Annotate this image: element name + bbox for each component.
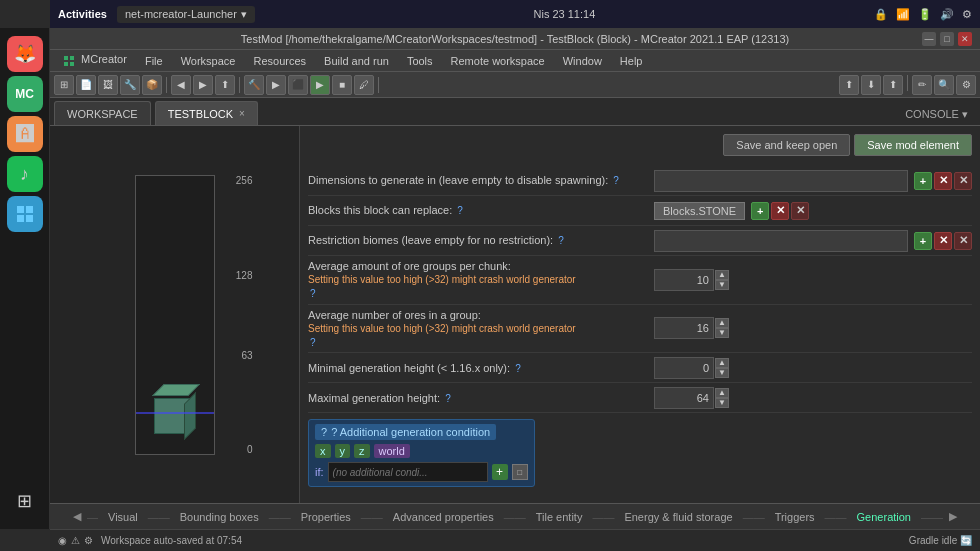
toolbar-btn-right-6[interactable]: ⚙ <box>956 75 976 95</box>
max-height-up[interactable]: ▲ <box>715 388 729 398</box>
toolbar-btn-5[interactable]: 📦 <box>142 75 162 95</box>
ores-group-down[interactable]: ▼ <box>715 328 729 338</box>
nav-item-bounding[interactable]: Bounding boxes <box>176 511 263 523</box>
condition-square-button[interactable]: □ <box>512 464 528 480</box>
sidebar-icon-mcreator[interactable]: MC <box>7 76 43 112</box>
app-name-indicator[interactable]: net-mcreator-Launcher ▾ <box>117 6 255 23</box>
blocks-stone-button[interactable]: Blocks.STONE <box>654 202 745 220</box>
clear-biome-button[interactable]: ✕ <box>954 232 972 250</box>
toolbar-btn-1[interactable]: ⊞ <box>54 75 74 95</box>
toolbar-btn-right-4[interactable]: ✏ <box>912 75 932 95</box>
sidebar-icon-mc-plugin[interactable] <box>7 196 43 232</box>
min-height-up[interactable]: ▲ <box>715 358 729 368</box>
activities-label[interactable]: Activities <box>58 8 107 20</box>
menu-window[interactable]: Window <box>555 53 610 69</box>
toolbar-btn-right-5[interactable]: 🔍 <box>934 75 954 95</box>
maximize-button[interactable]: □ <box>940 32 954 46</box>
add-condition-button[interactable]: + <box>492 464 508 480</box>
help-icon-ore-groups[interactable]: ? <box>310 288 316 299</box>
clear-dimension-button[interactable]: ✕ <box>954 172 972 190</box>
input-biomes[interactable] <box>654 230 908 252</box>
help-icon-dimensions[interactable]: ? <box>613 175 619 186</box>
sub-label-ores-group: Setting this value too high (>32) might … <box>308 322 642 335</box>
gradle-status: Gradle idle 🔄 <box>909 535 972 546</box>
help-icon-blocks-replace[interactable]: ? <box>457 205 463 216</box>
input-ore-groups[interactable] <box>654 269 714 291</box>
block-visual <box>146 384 196 434</box>
help-icon-max-height[interactable]: ? <box>445 393 451 404</box>
var-world: world <box>374 444 410 458</box>
add-dimension-button[interactable]: + <box>914 172 932 190</box>
nav-right-arrow[interactable]: ▶ <box>949 510 957 523</box>
app-dropdown-icon[interactable]: ▾ <box>241 8 247 21</box>
toolbar-btn-7[interactable]: ▶ <box>193 75 213 95</box>
help-icon-biomes[interactable]: ? <box>558 235 564 246</box>
menu-build-run[interactable]: Build and run <box>316 53 397 69</box>
system-clock: Nis 23 11:14 <box>265 8 864 20</box>
clear-block-button[interactable]: ✕ <box>791 202 809 220</box>
tab-testblock[interactable]: TESTBLOCK × <box>155 101 258 125</box>
help-icon-min-height[interactable]: ? <box>515 363 521 374</box>
menu-file[interactable]: File <box>137 53 171 69</box>
menu-tools[interactable]: Tools <box>399 53 441 69</box>
toolbar-btn-13[interactable]: 🖊 <box>354 75 374 95</box>
menu-help[interactable]: Help <box>612 53 651 69</box>
tab-console[interactable]: CONSOLE ▾ <box>897 104 976 125</box>
ore-groups-up[interactable]: ▲ <box>715 270 729 280</box>
min-height-down[interactable]: ▼ <box>715 368 729 378</box>
remove-block-button[interactable]: ✕ <box>771 202 789 220</box>
toolbar-btn-right-3[interactable]: ⬆ <box>883 75 903 95</box>
nav-item-visual[interactable]: Visual <box>104 511 142 523</box>
sidebar-icon-firefox[interactable]: 🦊 <box>7 36 43 72</box>
nav-left-arrow[interactable]: ◀ <box>73 510 81 523</box>
save-keep-open-button[interactable]: Save and keep open <box>723 134 850 156</box>
sidebar-icon-apps[interactable]: 🅰 <box>7 116 43 152</box>
toolbar-btn-right-2[interactable]: ⬇ <box>861 75 881 95</box>
nav-item-advanced[interactable]: Advanced properties <box>389 511 498 523</box>
ores-group-up[interactable]: ▲ <box>715 318 729 328</box>
nav-item-triggers[interactable]: Triggers <box>771 511 819 523</box>
remove-biome-button[interactable]: ✕ <box>934 232 952 250</box>
toolbar-btn-9[interactable]: 🔨 <box>244 75 264 95</box>
help-icon-ores-group[interactable]: ? <box>310 337 316 348</box>
input-min-height[interactable] <box>654 357 714 379</box>
save-mod-element-button[interactable]: Save mod element <box>854 134 972 156</box>
nav-item-energy[interactable]: Energy & fluid storage <box>620 511 736 523</box>
add-block-button[interactable]: + <box>751 202 769 220</box>
sidebar-icon-grid[interactable]: ⊞ <box>7 483 43 519</box>
sidebar-icon-spotify[interactable]: ♪ <box>7 156 43 192</box>
input-dimensions[interactable] <box>654 170 908 192</box>
toolbar-btn-run[interactable]: ▶ <box>310 75 330 95</box>
label-blocks-replace: Blocks this block can replace: ? <box>308 203 648 217</box>
toolbar-btn-11[interactable]: ⬛ <box>288 75 308 95</box>
close-button[interactable]: ✕ <box>958 32 972 46</box>
nav-item-properties[interactable]: Properties <box>297 511 355 523</box>
add-biome-button[interactable]: + <box>914 232 932 250</box>
toolbar-btn-6[interactable]: ◀ <box>171 75 191 95</box>
tab-close-icon[interactable]: × <box>239 108 245 119</box>
condition-input[interactable] <box>328 462 488 482</box>
toolbar-sep-3 <box>378 77 379 93</box>
toolbar-btn-12[interactable]: ■ <box>332 75 352 95</box>
blue-indicator <box>136 412 214 414</box>
ore-groups-down[interactable]: ▼ <box>715 280 729 290</box>
tab-workspace[interactable]: WORKSPACE <box>54 101 151 125</box>
menu-workspace[interactable]: Workspace <box>173 53 244 69</box>
remove-dimension-button[interactable]: ✕ <box>934 172 952 190</box>
menu-remote-workspace[interactable]: Remote workspace <box>443 53 553 69</box>
minimize-button[interactable]: — <box>922 32 936 46</box>
menu-mcreator[interactable]: MCreator <box>54 51 135 69</box>
toolbar-btn-8[interactable]: ⬆ <box>215 75 235 95</box>
toolbar-btn-10[interactable]: ▶ <box>266 75 286 95</box>
max-height-down[interactable]: ▼ <box>715 398 729 408</box>
actions-biomes: + ✕ ✕ <box>914 232 972 250</box>
nav-item-tile-entity[interactable]: Tile entity <box>532 511 587 523</box>
menu-resources[interactable]: Resources <box>245 53 314 69</box>
input-ores-group[interactable] <box>654 317 714 339</box>
toolbar-btn-2[interactable]: 📄 <box>76 75 96 95</box>
nav-item-generation[interactable]: Generation <box>853 511 915 523</box>
toolbar-btn-right-1[interactable]: ⬆ <box>839 75 859 95</box>
toolbar-btn-4[interactable]: 🔧 <box>120 75 140 95</box>
input-max-height[interactable] <box>654 387 714 409</box>
toolbar-btn-3[interactable]: 🖼 <box>98 75 118 95</box>
